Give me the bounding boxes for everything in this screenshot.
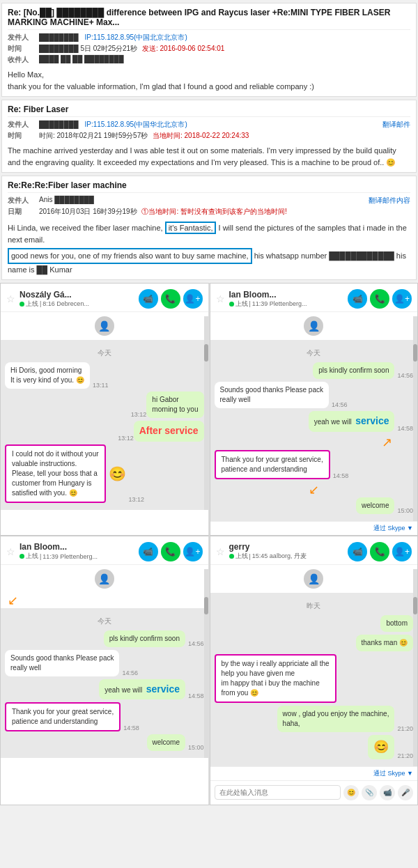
email-2-time-row: 时间 时间: 2018年02月21 19时59分57秒 当地时间: 2018-0… xyxy=(8,131,410,141)
date-divider-noszaly: 今天 xyxy=(5,348,204,358)
username-ian1: Ian Bloom... xyxy=(229,290,307,300)
bottom-chat-row: ☆ Ian Bloom... 上线 | 11:39 Plettenberg...… xyxy=(0,536,418,805)
time-ian1-highlight: 14:58 xyxy=(333,472,349,479)
time-ian2-2: 14:56 xyxy=(122,669,138,676)
star-icon-ian1[interactable]: ☆ xyxy=(216,293,225,304)
chat-header-ian1: ☆ Ian Bloom... 上线 | 11:39 Plettenberg...… xyxy=(210,284,418,312)
user-info-gerry: ☆ gerry 上线 | 15:45 aalborg, 丹麦 xyxy=(216,542,307,561)
call-btn-ian2[interactable]: 📞 xyxy=(161,542,180,561)
bubble-gerry-thanks: thanks man 😊 xyxy=(356,635,413,651)
bubble-ian1-2: Sounds good thanks Please packreally wel… xyxy=(215,382,329,408)
recipient-value: ████ ██ ██ ████████ xyxy=(39,55,410,65)
mic-input-btn[interactable]: 🎤 xyxy=(398,785,413,800)
online-dot-ian1 xyxy=(229,302,234,307)
date-value-3: 2016年10月03日 16时39分19秒 ①当地时间: 暂时没有查询到该客户的… xyxy=(39,207,410,217)
scrollbar-ian1[interactable] xyxy=(413,316,417,521)
add-btn-noszaly[interactable]: 👤+ xyxy=(183,289,203,309)
time-label-2: 时间 xyxy=(8,131,39,141)
scrollthumb-noszaly xyxy=(204,344,208,362)
chat-header-gerry: ☆ gerry 上线 | 15:45 aalborg, 丹麦 📹 📞 👤+ xyxy=(210,536,418,565)
msg-gerry-emoji-row: 😊 21:20 xyxy=(215,735,414,759)
msg-ian1-2: Sounds good thanks Please packreally wel… xyxy=(215,382,414,408)
service-text-noszaly: After service xyxy=(139,425,199,436)
star-icon-gerry[interactable]: ☆ xyxy=(216,546,225,557)
scrollbar-gerry[interactable] xyxy=(413,569,417,766)
time-value: ████████ 5日 02时25分21秒 发送: 2016-09-06 02:… xyxy=(39,44,410,54)
username-gerry: gerry xyxy=(229,542,307,552)
messages-gerry[interactable]: 昨天 bottom thanks man 😊 by the way i real… xyxy=(210,593,418,766)
time-gerry-emoji: 21:20 xyxy=(397,752,413,759)
msg-gerry-wow: wow , glad you enjoy the machine,haha, 2… xyxy=(215,706,414,732)
call-btn-ian1[interactable]: 📞 xyxy=(370,289,389,309)
chat-body-noszaly: 👤 今天 Hi Doris, good morningIt is very ki… xyxy=(1,316,208,510)
time-ian1-2: 14:56 xyxy=(332,401,348,408)
service-word-ian2: service xyxy=(146,683,180,695)
scrollbar-ian2[interactable] xyxy=(204,569,208,759)
date-divider-gerry: 昨天 xyxy=(215,601,414,611)
chat-body-ian1: 👤 今天 pls kindly confirm soon 14:56 Sound… xyxy=(210,316,418,521)
date-label-3: 日期 xyxy=(8,207,39,217)
avatar-noszaly: 👤 xyxy=(95,316,114,336)
add-btn-gerry[interactable]: 👤+ xyxy=(392,542,412,561)
add-btn-ian2[interactable]: 👤+ xyxy=(183,542,203,561)
chat-header-noszaly: ☆ Noszály Gá... 上线 | 8:16 Debrecen... 📹 … xyxy=(1,284,208,312)
email-1-body: Hello Max, thank you for the valuable in… xyxy=(8,69,410,92)
video-btn-gerry[interactable]: 📹 xyxy=(348,542,367,561)
time-noszaly-1: 13:11 xyxy=(93,382,109,389)
username-ian2: Ian Bloom... xyxy=(20,542,98,552)
bubble-ian1-service: yeah we will service xyxy=(309,411,395,432)
video-btn-ian2[interactable]: 📹 xyxy=(139,542,158,561)
time-value-2: 时间: 2018年02月21 19时59分57秒 当地时间: 2018-02-2… xyxy=(39,131,410,141)
bubble-ian2-highlight: Thank you for your great service,patienc… xyxy=(5,702,121,731)
star-icon-noszaly[interactable]: ☆ xyxy=(6,293,15,304)
user-info-ian1: ☆ Ian Bloom... 上线 | 11:39 Plettenberg... xyxy=(216,290,307,309)
msg-ian2-highlight: Thank you for your great service,patienc… xyxy=(5,702,204,731)
chat-panel-ian2: ☆ Ian Bloom... 上线 | 11:39 Plettenberg...… xyxy=(0,536,210,805)
messages-ian1[interactable]: 今天 pls kindly confirm soon 14:56 Sounds … xyxy=(210,340,418,521)
translate-link-3[interactable]: 翻译邮件内容 xyxy=(369,196,410,206)
star-icon-ian2[interactable]: ☆ xyxy=(6,546,15,557)
bubble-ian1-welcome: welcome xyxy=(356,497,394,514)
via-skype-ian1: 通过 Skype ▼ xyxy=(210,521,418,535)
bubble-noszaly-1: Hi Doris, good morningIt is very kind of… xyxy=(5,362,90,389)
scrollthumb-ian2 xyxy=(204,597,208,614)
translate-link-2[interactable]: 翻译邮件 xyxy=(382,120,410,130)
bubble-noszaly-service: After service xyxy=(134,421,204,442)
chat-input-area-gerry: 😊 📎 📹 🎤 xyxy=(210,780,418,805)
chat-body-ian2: 👤 ↙ 今天 pls kindly confirm soon 14:56 Sou… xyxy=(1,569,208,759)
call-btn-noszaly[interactable]: 📞 xyxy=(161,289,180,309)
msg-ian2-2: Sounds good thanks Please packreally wel… xyxy=(5,650,204,676)
emoji-input-btn[interactable]: 😊 xyxy=(343,785,359,800)
date-divider-ian2: 今天 xyxy=(5,617,204,626)
time-ian2-welcome: 15:00 xyxy=(188,744,204,751)
bubble-gerry-highlight: by the way i really appriciate all thehe… xyxy=(215,654,336,703)
msg-ian1-highlight: Thank you for your great service,patienc… xyxy=(215,450,414,479)
chat-header-ian2: ☆ Ian Bloom... 上线 | 11:39 Plettenberg...… xyxy=(1,536,208,565)
email-1-sender-row: 发件人 ████████ IP:115.182.8.95(中国北京北京市) xyxy=(8,33,410,42)
top-chat-row: ☆ Noszály Gá... 上线 | 8:16 Debrecen... 📹 … xyxy=(0,283,418,536)
messages-ian2[interactable]: 今天 pls kindly confirm soon 14:56 Sounds … xyxy=(1,608,208,759)
time-noszaly-service: 13:12 xyxy=(118,435,134,442)
date-divider-ian1: 今天 xyxy=(215,348,414,358)
video-btn-noszaly[interactable]: 📹 xyxy=(139,289,158,309)
input-icons-gerry: 😊 📎 📹 🎤 xyxy=(343,785,413,800)
username-noszaly: Noszály Gá... xyxy=(20,290,89,300)
bubble-noszaly-2: hi Gabormorning to you xyxy=(146,392,203,418)
online-dot-gerry xyxy=(229,554,234,559)
video-input-btn[interactable]: 📹 xyxy=(380,785,395,800)
messages-noszaly[interactable]: 今天 Hi Doris, good morningIt is very kind… xyxy=(1,340,208,510)
status-noszaly: 上线 | 8:16 Debrecen... xyxy=(20,300,89,309)
email-2-body: The machine arrived yesterday and I was … xyxy=(8,145,410,168)
video-btn-ian1[interactable]: 📹 xyxy=(348,289,367,309)
email-2-subject: Re: Fiber Laser xyxy=(8,104,410,117)
online-dot-ian2 xyxy=(20,554,24,559)
call-btn-gerry[interactable]: 📞 xyxy=(370,542,389,561)
email-1-subject: Re: [No.██] ████████ difference between … xyxy=(8,8,410,30)
chat-input-gerry[interactable] xyxy=(215,785,341,800)
chat-body-gerry: 👤 昨天 bottom thanks man 😊 by the way i re… xyxy=(210,569,418,766)
highlight-friend: good news for you, one of my friends als… xyxy=(8,248,252,264)
attach-input-btn[interactable]: 📎 xyxy=(362,785,377,800)
add-btn-ian1[interactable]: 👤+ xyxy=(392,289,412,309)
scrollbar-noszaly[interactable] xyxy=(204,316,208,510)
msg-noszaly-1: Hi Doris, good morningIt is very kind of… xyxy=(5,362,204,389)
